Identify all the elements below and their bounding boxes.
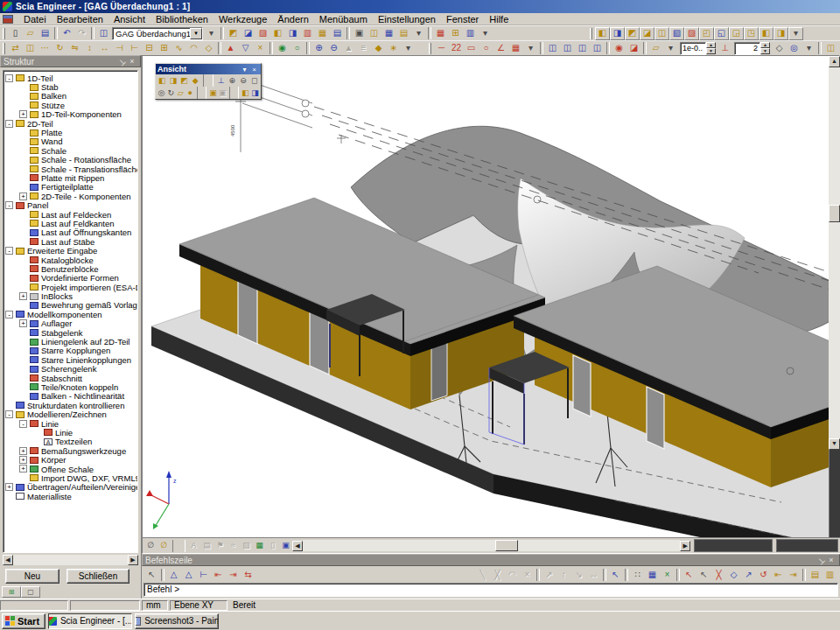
zoom-in-icon[interactable]: ⊕ xyxy=(227,74,238,87)
wave-icon[interactable]: ≈ xyxy=(227,540,240,552)
3d-viewport[interactable]: 4500 z Ansicht ▾ × ◧◨◩◆⊥⊕⊖◻ ◎↻▱●▣▣◧◨ ▲ ▼… xyxy=(142,55,840,554)
tree-item[interactable]: Offene Schale xyxy=(5,465,136,473)
tree-item[interactable]: 2D-Teile - Komponenten xyxy=(5,192,136,200)
print-preview-icon[interactable]: ◫ xyxy=(367,27,382,40)
menu-item[interactable]: Ändern xyxy=(272,13,313,25)
ansicht-palette-header[interactable]: Ansicht ▾ × xyxy=(156,64,261,74)
clipboard-1-icon[interactable]: ∅ xyxy=(144,540,158,552)
project-window-icon[interactable]: ◫ xyxy=(96,27,111,40)
menu-item[interactable]: Bearbeiten xyxy=(52,13,108,25)
spinner-up-icon[interactable]: ▲ xyxy=(760,42,770,48)
task-button[interactable]: Screenshot3 - Paint xyxy=(135,613,219,629)
layers-tab[interactable]: ▢ xyxy=(21,586,40,598)
show-surfaces-icon[interactable]: ◰ xyxy=(699,27,714,40)
snap-orthogonal-icon[interactable]: ◇ xyxy=(726,568,741,581)
spinner-down-icon[interactable]: ▼ xyxy=(760,48,770,54)
draw-polyline-icon[interactable]: ╳ xyxy=(490,568,505,581)
render-settings-icon[interactable]: ◨ xyxy=(250,87,260,99)
combinations-icon[interactable]: ◨ xyxy=(285,27,300,40)
tree-expander-icon[interactable] xyxy=(19,192,27,200)
tree-item[interactable]: Modellieren/Zeichnen xyxy=(5,410,136,418)
tree-item[interactable]: Last auf Stäbe xyxy=(5,237,136,246)
task-button[interactable]: Scia Engineer - [... xyxy=(48,613,132,629)
close-icon[interactable]: × xyxy=(826,556,836,565)
tree-item[interactable]: InBlocks xyxy=(5,291,136,300)
mesh-state-icon[interactable]: ▦ xyxy=(253,540,266,552)
scroll-left-icon[interactable]: ◀ xyxy=(292,541,303,551)
camera-icon[interactable]: ▣ xyxy=(208,87,218,99)
tree-item[interactable]: Last auf Feldecken xyxy=(5,210,136,219)
tree-item[interactable]: Fertigteilplatte xyxy=(5,183,136,192)
tree-item[interactable]: Liniengelenk auf 2D-Teil xyxy=(5,337,136,346)
tree-item[interactable]: Projekt importieren (ESA-Datei) xyxy=(5,283,136,291)
explode-icon[interactable]: ∗ xyxy=(386,42,401,55)
tree-item[interactable]: Last auf Feldkanten xyxy=(5,219,136,228)
extend-icon[interactable]: ⊢ xyxy=(127,42,142,55)
trim-icon[interactable]: ⊣ xyxy=(112,42,127,55)
menu-item[interactable]: Ansicht xyxy=(108,13,150,25)
tree-item[interactable]: Platte mit Rippen xyxy=(5,173,136,182)
tree-expander-icon[interactable] xyxy=(19,447,27,455)
tree-item[interactable]: Scherengelenk xyxy=(5,365,136,374)
visibility-icon[interactable]: ◉ xyxy=(612,42,626,55)
bring-to-front-icon[interactable]: ▲ xyxy=(223,42,238,55)
tree-item[interactable]: Benutzerblöcke xyxy=(5,264,136,273)
delete-aux-icon[interactable]: × xyxy=(660,568,675,581)
view-parameters-icon[interactable]: ◧ xyxy=(759,27,774,40)
snap-line-icon[interactable]: △ xyxy=(181,568,196,581)
disconnect-members-icon[interactable]: ⊖ xyxy=(326,42,341,55)
menu-item[interactable]: Menübaum xyxy=(314,13,373,25)
materials-icon[interactable]: ▨ xyxy=(256,27,270,40)
send-to-back-icon[interactable]: ▽ xyxy=(238,42,253,55)
layer-filter-icon[interactable]: ◨ xyxy=(774,27,788,40)
multicopy-icon[interactable]: ⋯ xyxy=(38,42,52,55)
cross-sections-icon[interactable]: ◪ xyxy=(241,27,256,40)
snap-length-icon[interactable]: ⇤ xyxy=(771,568,786,581)
structure-tree-tab[interactable]: ⊞ xyxy=(2,586,21,598)
show-model-data-icon[interactable]: ◲ xyxy=(729,27,744,40)
move-icon[interactable]: ⇄ xyxy=(8,42,23,55)
font-icon[interactable]: A xyxy=(187,540,200,552)
sheet-icon[interactable]: ▯ xyxy=(266,540,279,552)
intersect-icon[interactable]: × xyxy=(253,42,268,55)
draw-arc-icon[interactable]: ◠ xyxy=(505,568,520,581)
grid-icon[interactable]: ▦ xyxy=(508,42,523,55)
picture-gallery-icon[interactable]: ▦ xyxy=(382,27,396,40)
tree-horizontal-scrollbar[interactable]: ◀ ▶ xyxy=(3,555,138,565)
view-axo-icon[interactable]: ◆ xyxy=(190,74,201,87)
tree-expander-icon[interactable] xyxy=(5,247,13,255)
flag-icon[interactable]: ⚑ xyxy=(214,540,227,552)
open-project-icon[interactable]: ▱ xyxy=(23,27,38,40)
move-point-icon[interactable]: ↗ xyxy=(542,568,556,581)
tree-item[interactable]: Materialliste xyxy=(5,492,136,500)
new-document-icon[interactable]: ▯ xyxy=(8,27,23,40)
ansicht-palette[interactable]: Ansicht ▾ × ◧◨◩◆⊥⊕⊖◻ ◎↻▱●▣▣◧◨ xyxy=(155,63,262,100)
scroll-down-icon[interactable]: ▼ xyxy=(829,438,840,450)
scroll-thumb[interactable] xyxy=(829,205,840,222)
tree-item[interactable]: Panel xyxy=(5,200,136,209)
scale-spinner[interactable]: 2 ▲▼ xyxy=(734,42,770,55)
snap-point-icon[interactable]: △ xyxy=(166,568,181,581)
chamfer-icon[interactable]: ◇ xyxy=(201,42,216,55)
ortho-x-icon[interactable]: ⇤ xyxy=(211,568,226,581)
view-settings-icon[interactable]: ◧ xyxy=(241,87,250,99)
view-x-icon[interactable]: ◧ xyxy=(157,74,168,87)
menu-item[interactable]: Bibliotheken xyxy=(150,13,214,25)
tree-item[interactable]: Starre Kopplungen xyxy=(5,346,136,355)
tree-item[interactable]: 2D-Teil xyxy=(5,119,136,128)
menu-item[interactable]: Datei xyxy=(18,13,52,25)
structure-service-icon[interactable]: ◩ xyxy=(226,27,241,40)
tree-item[interactable]: Import DWG, DXF, VRML97 xyxy=(5,473,136,482)
spinner-up-icon[interactable]: ▲ xyxy=(706,42,716,48)
open-viewpoint-icon[interactable]: ▱ xyxy=(648,42,663,55)
render-filled-icon[interactable]: ◧ xyxy=(595,27,610,40)
align-icon[interactable]: ≡ xyxy=(356,42,371,55)
weld-icon[interactable]: ◆ xyxy=(371,42,386,55)
ungroup-icon[interactable]: ○ xyxy=(290,42,304,55)
scale-tool-icon[interactable]: ⊥ xyxy=(718,42,732,55)
catalog-icon[interactable]: ▦ xyxy=(315,27,330,40)
render-state-icon[interactable]: ▨ xyxy=(240,540,253,552)
status-plane[interactable]: Ebene XY xyxy=(170,600,228,611)
document-icon[interactable]: ▤ xyxy=(330,27,345,40)
tree-item[interactable]: 1D-Teil xyxy=(5,74,136,82)
